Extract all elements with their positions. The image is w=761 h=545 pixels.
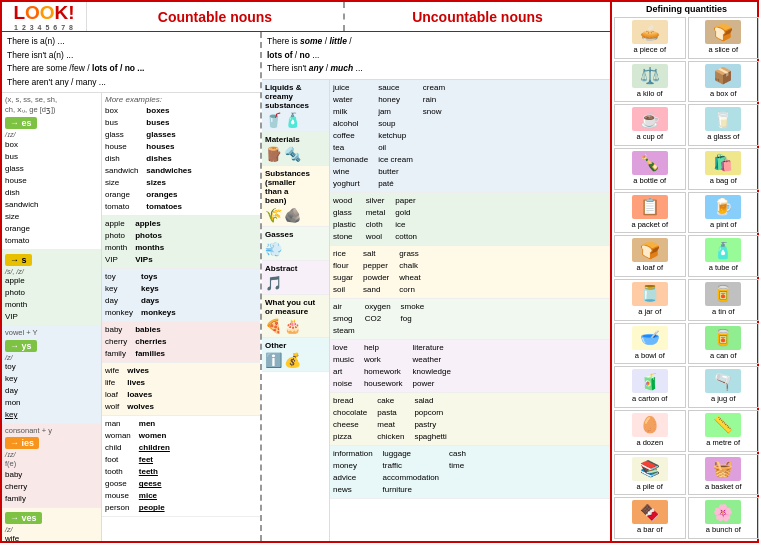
- words-substances: ricefloursugarsoil saltpepperpowdersand …: [330, 246, 610, 299]
- singular-irr: manwomanchildfoottoothgoosemouseperson: [105, 418, 131, 514]
- plural-ves: wiveslivesloaveswolves: [127, 365, 154, 413]
- words-liquids: juicewatermilkalcoholcoffeetealemonadewi…: [330, 80, 610, 193]
- es-words: boxbusglasshousedishsandwichsizeorangeto…: [5, 139, 98, 247]
- quantity-item-a-bowl-of: 🥣 a bowl of: [614, 323, 686, 365]
- quantity-icon: 🫙: [632, 282, 668, 306]
- words-gases: airsmogsteam oxygenCO2 smokefog: [330, 299, 610, 340]
- quantity-icon: 🥫: [705, 326, 741, 350]
- quantity-icon: 🍞: [705, 20, 741, 44]
- quantity-label: a glass of: [707, 132, 739, 141]
- uncountable-words: juicewatermilkalcoholcoffeetealemonadewi…: [330, 80, 610, 541]
- forms-ves: wifelifeloafwolf wiveslivesloaveswolves: [102, 363, 260, 416]
- words-measure: breadchocolatecheesepizza cakepastameatc…: [330, 393, 610, 446]
- quantity-label: a box of: [710, 89, 737, 98]
- arrow-s: → s: [5, 254, 32, 266]
- category-labels: Liquids & creamy substances 🥤🧴 Materials…: [262, 80, 330, 541]
- quantity-label: a tube of: [709, 263, 738, 272]
- cat-abstract: Abstract 🎵: [262, 261, 329, 295]
- quantity-icon: ⚖️: [632, 64, 668, 88]
- rule-s-block: → s /s/, /z/ applephotomonthVIP: [2, 250, 101, 326]
- cat-other: Other ℹ️💰: [262, 338, 329, 372]
- quantity-icon: 🍾: [632, 151, 668, 175]
- arrow-ves: → ves: [5, 512, 42, 524]
- singular-s: applephotomonthVIP: [105, 218, 127, 266]
- quantity-icon: 🥧: [632, 20, 668, 44]
- quantity-item-a-loaf-of: 🍞 a loaf of: [614, 235, 686, 277]
- quantity-icon: 🌸: [705, 500, 741, 524]
- words-other: informationmoneyadvicenews luggagetraffi…: [330, 446, 610, 499]
- cat-gases: Gasses 💨: [262, 227, 329, 261]
- quantity-icon: 📋: [632, 195, 668, 219]
- quantity-label: a pint of: [710, 220, 737, 229]
- quantity-item-a-kilo-of: ⚖️ a kilo of: [614, 61, 686, 103]
- quantity-icon: 🍞: [632, 238, 668, 262]
- plural-forms-column: More examples: boxbusglasshousedishsandw…: [102, 93, 260, 541]
- s-words: applephotomonthVIP: [5, 275, 98, 323]
- rule-es-block: (x, s, ss, se, sh,ch, ⅹᵤ, ge [dʒ]) → es …: [2, 93, 101, 250]
- singular-ves: wifelifeloafwolf: [105, 365, 119, 413]
- quantity-item-a-glass-of: 🥛 a glass of: [688, 104, 760, 146]
- uncountable-title: Uncountable nouns: [345, 2, 610, 31]
- quantity-icon: 📚: [632, 457, 668, 481]
- quantity-item-a-carton-of: 🧃 a carton of: [614, 366, 686, 408]
- quantity-label: a carton of: [632, 394, 667, 403]
- plural-s: applesphotosmonthsVIPs: [135, 218, 164, 266]
- quantity-item-a-bunch-of: 🌸 a bunch of: [688, 497, 760, 539]
- quantity-icon: 🍫: [632, 500, 668, 524]
- quantity-item-a-pint-of: 🍺 a pint of: [688, 192, 760, 234]
- forms-irregular: manwomanchildfoottoothgoosemouseperson m…: [102, 416, 260, 517]
- quantity-item-a-tin-of: 🥫 a tin of: [688, 279, 760, 321]
- quantity-label: a metre of: [706, 438, 740, 447]
- quantity-label: a kilo of: [637, 89, 663, 98]
- forms-ys: toykeydaymonkey toyskeysdaysmonkeys: [102, 269, 260, 322]
- plural-rules-column: (x, s, ss, se, sh,ch, ⅹᵤ, ge [dʒ]) → es …: [2, 93, 102, 541]
- quantity-icon: 🥚: [632, 413, 668, 437]
- quantity-icon: ☕: [632, 107, 668, 131]
- ys-words: toykeydaymonkey: [5, 361, 98, 421]
- quantity-label: a dozen: [636, 438, 663, 447]
- forms-es: More examples: boxbusglasshousedishsandw…: [102, 93, 260, 216]
- quantity-label: a basket of: [705, 482, 742, 491]
- singular-es: boxbusglasshousedishsandwichsizeorangeto…: [105, 105, 138, 213]
- arrow-es: → es: [5, 117, 37, 129]
- quantity-item-a-can-of: 🥫 a can of: [688, 323, 760, 365]
- quantity-item-a-jug-of: 🫗 a jug of: [688, 366, 760, 408]
- quantity-icon: 🧴: [705, 238, 741, 262]
- quantity-item-a-cup-of: ☕ a cup of: [614, 104, 686, 146]
- quantity-icon: 🧃: [632, 369, 668, 393]
- right-panel: Defining quantities 🥧 a piece of 🍞 a sli…: [612, 2, 761, 541]
- quantity-icon: 📦: [705, 64, 741, 88]
- quantity-label: a slice of: [708, 45, 738, 54]
- quantity-item-a-pile-of: 📚 a pile of: [614, 454, 686, 496]
- quantity-item-a-bar-of: 🍫 a bar of: [614, 497, 686, 539]
- ves-words: wifelifeloafwolf: [5, 533, 98, 541]
- plural-es: boxesbusesglasseshousesdishessandwichess…: [146, 105, 191, 213]
- quantity-item-a-box-of: 📦 a box of: [688, 61, 760, 103]
- countable-rules-header: There is a(n) ... There isn't a(n) ... T…: [2, 32, 260, 93]
- quantity-label: a cup of: [636, 132, 663, 141]
- quantity-icon: 🫗: [705, 369, 741, 393]
- quantity-label: a bar of: [637, 525, 662, 534]
- forms-ies: babycherryfamily babiescherriesfamilies: [102, 322, 260, 363]
- quantity-label: a jug of: [711, 394, 736, 403]
- rule-ves-block: → ves /z/ wifelifeloafwolf: [2, 508, 101, 541]
- logo-numbers: 1 2 3 4 5 6 7 8: [14, 24, 74, 31]
- quantity-icon: 🛍️: [705, 151, 741, 175]
- quantity-icon: 📏: [705, 413, 741, 437]
- quantity-icon: 🥫: [705, 282, 741, 306]
- quantity-label: a loaf of: [636, 263, 663, 272]
- quantity-item-a-tube-of: 🧴 a tube of: [688, 235, 760, 277]
- quantity-label: a bottle of: [633, 176, 666, 185]
- quantity-label: a pile of: [637, 482, 663, 491]
- quantities-grid: 🥧 a piece of 🍞 a slice of ⚖️ a kilo of 📦…: [614, 17, 759, 539]
- quantity-label: a piece of: [633, 45, 666, 54]
- arrow-ies: → ies: [5, 437, 39, 449]
- quantity-item-a-packet-of: 📋 a packet of: [614, 192, 686, 234]
- quantity-label: a bunch of: [706, 525, 741, 534]
- right-panel-title: Defining quantities: [614, 4, 759, 14]
- singular-ies: babycherryfamily: [105, 324, 127, 360]
- cat-liquids: Liquids & creamy substances 🥤🧴: [262, 80, 329, 132]
- rule-ies-block: consonant + y → ies /ɪz/ f(e) babycherry…: [2, 424, 101, 509]
- arrow-ys: → ys: [5, 340, 37, 352]
- cat-substances: Substances (smaller than a bean) 🌾🪨: [262, 166, 329, 227]
